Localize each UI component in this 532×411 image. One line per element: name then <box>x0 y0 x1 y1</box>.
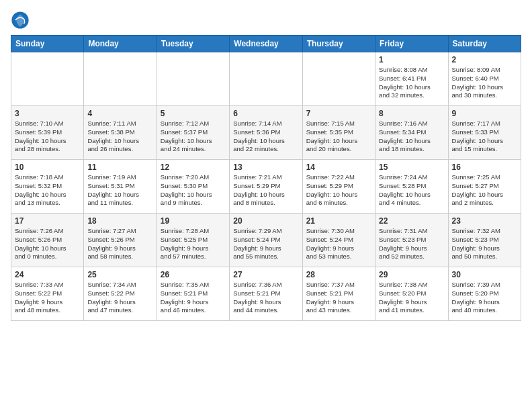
day-info: Sunrise: 7:18 AM Sunset: 5:32 PM Dayligh… <box>15 173 80 208</box>
calendar-cell: 27Sunrise: 7:36 AM Sunset: 5:21 PM Dayli… <box>230 267 302 321</box>
calendar-cell: 15Sunrise: 7:24 AM Sunset: 5:28 PM Dayli… <box>375 160 448 214</box>
day-info: Sunrise: 7:24 AM Sunset: 5:28 PM Dayligh… <box>379 173 444 208</box>
day-info: Sunrise: 7:10 AM Sunset: 5:39 PM Dayligh… <box>15 120 80 154</box>
logo-icon <box>11 11 30 30</box>
day-number: 22 <box>379 216 444 226</box>
day-info: Sunrise: 7:26 AM Sunset: 5:26 PM Dayligh… <box>15 227 80 261</box>
day-number: 4 <box>87 109 152 118</box>
calendar-cell: 22Sunrise: 7:31 AM Sunset: 5:23 PM Dayli… <box>375 214 448 267</box>
calendar-cell: 7Sunrise: 7:15 AM Sunset: 5:35 PM Daylig… <box>302 106 375 160</box>
day-number: 26 <box>161 270 226 279</box>
day-number: 5 <box>161 109 226 118</box>
calendar-cell: 1Sunrise: 8:08 AM Sunset: 6:41 PM Daylig… <box>375 52 448 106</box>
day-number: 1 <box>379 55 444 64</box>
day-info: Sunrise: 8:08 AM Sunset: 6:41 PM Dayligh… <box>379 66 444 100</box>
calendar-cell: 30Sunrise: 7:39 AM Sunset: 5:20 PM Dayli… <box>448 267 521 321</box>
day-number: 14 <box>306 163 371 172</box>
calendar-week-row: 17Sunrise: 7:26 AM Sunset: 5:26 PM Dayli… <box>11 214 521 267</box>
day-number: 30 <box>452 270 517 279</box>
day-info: Sunrise: 7:25 AM Sunset: 5:27 PM Dayligh… <box>452 173 517 208</box>
calendar-cell: 29Sunrise: 7:38 AM Sunset: 5:20 PM Dayli… <box>375 267 448 321</box>
day-info: Sunrise: 7:36 AM Sunset: 5:21 PM Dayligh… <box>233 281 298 315</box>
day-number: 25 <box>87 270 152 279</box>
weekday-header-monday: Monday <box>84 36 157 52</box>
calendar-cell: 19Sunrise: 7:28 AM Sunset: 5:25 PM Dayli… <box>157 214 229 267</box>
day-info: Sunrise: 7:16 AM Sunset: 5:34 PM Dayligh… <box>379 120 444 154</box>
day-info: Sunrise: 7:38 AM Sunset: 5:20 PM Dayligh… <box>379 281 444 315</box>
day-info: Sunrise: 7:27 AM Sunset: 5:26 PM Dayligh… <box>87 227 152 261</box>
calendar-cell: 2Sunrise: 8:09 AM Sunset: 6:40 PM Daylig… <box>448 52 521 106</box>
logo <box>11 11 32 30</box>
day-info: Sunrise: 7:31 AM Sunset: 5:23 PM Dayligh… <box>379 227 444 261</box>
calendar-cell: 21Sunrise: 7:30 AM Sunset: 5:24 PM Dayli… <box>302 214 375 267</box>
calendar-cell: 8Sunrise: 7:16 AM Sunset: 5:34 PM Daylig… <box>375 106 448 160</box>
calendar-cell: 10Sunrise: 7:18 AM Sunset: 5:32 PM Dayli… <box>11 160 84 214</box>
day-number: 19 <box>161 216 226 226</box>
day-number: 16 <box>452 163 517 172</box>
calendar-cell: 13Sunrise: 7:21 AM Sunset: 5:29 PM Dayli… <box>230 160 302 214</box>
day-number: 20 <box>233 216 298 226</box>
calendar-cell: 4Sunrise: 7:11 AM Sunset: 5:38 PM Daylig… <box>84 106 157 160</box>
calendar-cell: 16Sunrise: 7:25 AM Sunset: 5:27 PM Dayli… <box>448 160 521 214</box>
day-number: 27 <box>233 270 298 279</box>
day-info: Sunrise: 7:35 AM Sunset: 5:21 PM Dayligh… <box>161 281 226 315</box>
day-info: Sunrise: 7:39 AM Sunset: 5:20 PM Dayligh… <box>452 281 517 315</box>
calendar-week-row: 24Sunrise: 7:33 AM Sunset: 5:22 PM Dayli… <box>11 267 521 321</box>
day-number: 11 <box>87 163 152 172</box>
day-info: Sunrise: 7:30 AM Sunset: 5:24 PM Dayligh… <box>306 227 371 261</box>
weekday-header-saturday: Saturday <box>448 36 521 52</box>
calendar-cell: 14Sunrise: 7:22 AM Sunset: 5:29 PM Dayli… <box>302 160 375 214</box>
day-info: Sunrise: 7:12 AM Sunset: 5:37 PM Dayligh… <box>161 120 226 154</box>
calendar-cell <box>230 52 302 106</box>
day-info: Sunrise: 7:37 AM Sunset: 5:21 PM Dayligh… <box>306 281 371 315</box>
calendar-cell: 20Sunrise: 7:29 AM Sunset: 5:24 PM Dayli… <box>230 214 302 267</box>
calendar-cell <box>11 52 84 106</box>
day-info: Sunrise: 7:22 AM Sunset: 5:29 PM Dayligh… <box>306 173 371 208</box>
day-number: 7 <box>306 109 371 118</box>
weekday-header-wednesday: Wednesday <box>230 36 302 52</box>
day-number: 15 <box>379 163 444 172</box>
calendar-cell: 28Sunrise: 7:37 AM Sunset: 5:21 PM Dayli… <box>302 267 375 321</box>
calendar-cell <box>302 52 375 106</box>
day-info: Sunrise: 7:11 AM Sunset: 5:38 PM Dayligh… <box>87 120 152 154</box>
day-number: 29 <box>379 270 444 279</box>
calendar-cell: 18Sunrise: 7:27 AM Sunset: 5:26 PM Dayli… <box>84 214 157 267</box>
day-number: 2 <box>452 55 517 64</box>
calendar-table: SundayMondayTuesdayWednesdayThursdayFrid… <box>11 35 521 321</box>
day-info: Sunrise: 7:32 AM Sunset: 5:23 PM Dayligh… <box>452 227 517 261</box>
calendar-week-row: 1Sunrise: 8:08 AM Sunset: 6:41 PM Daylig… <box>11 52 521 106</box>
calendar-week-row: 10Sunrise: 7:18 AM Sunset: 5:32 PM Dayli… <box>11 160 521 214</box>
calendar-cell: 26Sunrise: 7:35 AM Sunset: 5:21 PM Dayli… <box>157 267 229 321</box>
page: SundayMondayTuesdayWednesdayThursdayFrid… <box>0 0 532 328</box>
weekday-header-thursday: Thursday <box>302 36 375 52</box>
weekday-header-sunday: Sunday <box>11 36 84 52</box>
day-number: 9 <box>452 109 517 118</box>
calendar-cell <box>84 52 157 106</box>
day-number: 6 <box>233 109 298 118</box>
calendar-cell: 6Sunrise: 7:14 AM Sunset: 5:36 PM Daylig… <box>230 106 302 160</box>
day-number: 13 <box>233 163 298 172</box>
weekday-header-row: SundayMondayTuesdayWednesdayThursdayFrid… <box>11 36 521 52</box>
day-info: Sunrise: 7:14 AM Sunset: 5:36 PM Dayligh… <box>233 120 298 154</box>
header <box>11 11 521 30</box>
calendar-cell: 3Sunrise: 7:10 AM Sunset: 5:39 PM Daylig… <box>11 106 84 160</box>
day-info: Sunrise: 7:28 AM Sunset: 5:25 PM Dayligh… <box>161 227 226 261</box>
day-number: 24 <box>15 270 80 279</box>
day-number: 3 <box>15 109 80 118</box>
day-number: 8 <box>379 109 444 118</box>
day-info: Sunrise: 8:09 AM Sunset: 6:40 PM Dayligh… <box>452 66 517 100</box>
calendar-cell: 9Sunrise: 7:17 AM Sunset: 5:33 PM Daylig… <box>448 106 521 160</box>
calendar-cell: 17Sunrise: 7:26 AM Sunset: 5:26 PM Dayli… <box>11 214 84 267</box>
day-info: Sunrise: 7:29 AM Sunset: 5:24 PM Dayligh… <box>233 227 298 261</box>
day-info: Sunrise: 7:33 AM Sunset: 5:22 PM Dayligh… <box>15 281 80 315</box>
day-info: Sunrise: 7:15 AM Sunset: 5:35 PM Dayligh… <box>306 120 371 154</box>
weekday-header-friday: Friday <box>375 36 448 52</box>
day-info: Sunrise: 7:17 AM Sunset: 5:33 PM Dayligh… <box>452 120 517 154</box>
calendar-cell: 25Sunrise: 7:34 AM Sunset: 5:22 PM Dayli… <box>84 267 157 321</box>
day-number: 18 <box>87 216 152 226</box>
calendar-cell: 5Sunrise: 7:12 AM Sunset: 5:37 PM Daylig… <box>157 106 229 160</box>
calendar-cell: 12Sunrise: 7:20 AM Sunset: 5:30 PM Dayli… <box>157 160 229 214</box>
calendar-cell: 24Sunrise: 7:33 AM Sunset: 5:22 PM Dayli… <box>11 267 84 321</box>
weekday-header-tuesday: Tuesday <box>157 36 229 52</box>
day-number: 21 <box>306 216 371 226</box>
